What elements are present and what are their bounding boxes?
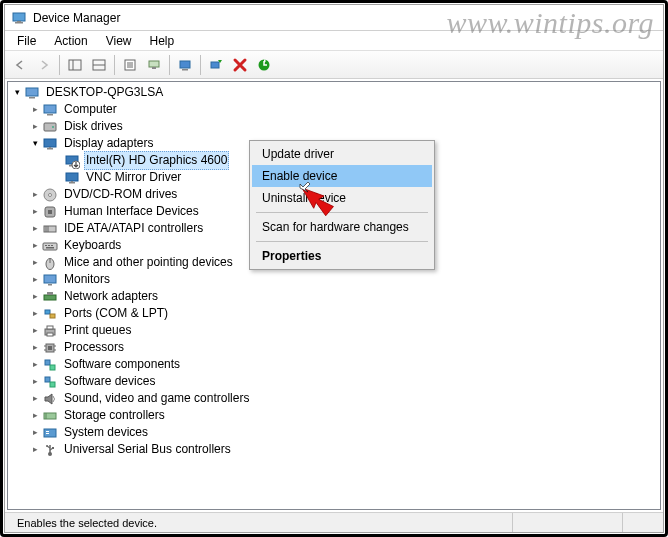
node-label: Mice and other pointing devices	[62, 254, 235, 271]
usb-icon	[42, 442, 58, 458]
node-label: Display adapters	[62, 135, 155, 152]
svg-rect-0	[13, 13, 25, 21]
tree-item[interactable]: ▸ Print queues	[10, 322, 658, 339]
svg-rect-19	[44, 105, 56, 113]
context-menu-separator	[256, 241, 428, 242]
scan-hardware-button[interactable]	[174, 54, 196, 76]
enable-device-button[interactable]	[205, 54, 227, 76]
node-label: Software devices	[62, 373, 157, 390]
expander-icon[interactable]: ▸	[28, 426, 42, 440]
svg-rect-63	[50, 365, 55, 370]
expander-icon[interactable]: ▾	[10, 86, 24, 100]
expander-icon[interactable]: ▸	[28, 290, 42, 304]
tree-item[interactable]: ▸ Universal Serial Bus controllers	[10, 441, 658, 458]
toolbar	[5, 51, 663, 79]
svg-rect-64	[45, 377, 50, 382]
expander-icon[interactable]: ▸	[28, 409, 42, 423]
refresh-button[interactable]	[253, 54, 275, 76]
svg-rect-31	[69, 182, 75, 184]
node-label: Keyboards	[62, 237, 123, 254]
node-label: Network adapters	[62, 288, 160, 305]
context-menu-item[interactable]: Uninstall device	[252, 187, 432, 209]
expander-icon[interactable]: ▸	[28, 341, 42, 355]
context-menu-item[interactable]: Scan for hardware changes	[252, 216, 432, 238]
back-button[interactable]	[9, 54, 31, 76]
expander-icon[interactable]: ▸	[28, 375, 42, 389]
svg-rect-69	[46, 431, 49, 432]
tree-item[interactable]: ▸ Sound, video and game controllers	[10, 390, 658, 407]
context-menu-item[interactable]: Update driver	[252, 143, 432, 165]
menu-help[interactable]: Help	[142, 32, 183, 50]
node-label: Software components	[62, 356, 182, 373]
tree-item[interactable]: ▸ System devices	[10, 424, 658, 441]
tree-item[interactable]: ▸ Storage controllers	[10, 407, 658, 424]
expander-icon[interactable]: ▸	[28, 239, 42, 253]
node-label: VNC Mirror Driver	[84, 169, 183, 186]
expander-icon[interactable]: ▸	[28, 273, 42, 287]
menu-action[interactable]: Action	[46, 32, 95, 50]
expander-icon[interactable]: ▸	[28, 205, 42, 219]
menu-view[interactable]: View	[98, 32, 140, 50]
properties-button[interactable]	[119, 54, 141, 76]
svg-rect-48	[48, 284, 52, 286]
computer-icon	[42, 102, 58, 118]
update-driver-button[interactable]	[143, 54, 165, 76]
context-menu-item[interactable]: Enable device	[252, 165, 432, 187]
node-label: Ports (COM & LPT)	[62, 305, 170, 322]
svg-rect-55	[47, 333, 53, 336]
menubar: File Action View Help	[5, 31, 663, 51]
node-label: DESKTOP-QPG3LSA	[44, 84, 165, 101]
expander-icon[interactable]: ▸	[28, 256, 42, 270]
expander-icon[interactable]: ▸	[28, 358, 42, 372]
tree-item[interactable]: ▸ Processors	[10, 339, 658, 356]
expander-icon[interactable]: ▸	[28, 324, 42, 338]
expander-icon[interactable]: ▸	[28, 443, 42, 457]
svg-rect-17	[26, 88, 38, 96]
uninstall-device-button[interactable]	[229, 54, 251, 76]
svg-rect-13	[180, 61, 190, 68]
tree-root[interactable]: ▾ DESKTOP-QPG3LSA	[10, 84, 658, 101]
expander-icon[interactable]: ▸	[28, 188, 42, 202]
svg-rect-68	[44, 429, 56, 437]
tree-item[interactable]: ▸ Ports (COM & LPT)	[10, 305, 658, 322]
svg-rect-20	[47, 114, 53, 116]
svg-rect-50	[47, 292, 53, 295]
expander-icon[interactable]: ▸	[28, 103, 42, 117]
mouse-icon	[42, 255, 58, 271]
forward-button[interactable]	[33, 54, 55, 76]
disk-icon	[42, 119, 58, 135]
toolbar-separator	[200, 55, 201, 75]
menu-file[interactable]: File	[9, 32, 44, 50]
expander-icon[interactable]: ▸	[28, 120, 42, 134]
context-menu: Update driverEnable deviceUninstall devi…	[249, 140, 435, 270]
display-icon	[42, 136, 58, 152]
expander-icon[interactable]: ▸	[28, 392, 42, 406]
hid-icon	[42, 204, 58, 220]
svg-rect-52	[50, 314, 55, 318]
svg-rect-30	[66, 173, 78, 181]
help-button[interactable]	[88, 54, 110, 76]
tree-item[interactable]: ▸ Software components	[10, 356, 658, 373]
expander-icon[interactable]: ▸	[28, 222, 42, 236]
svg-rect-18	[29, 97, 35, 99]
expander-icon[interactable]: ▸	[28, 307, 42, 321]
tree-item[interactable]: ▸ Software devices	[10, 373, 658, 390]
display-icon	[64, 170, 80, 186]
node-label: DVD/CD-ROM drives	[62, 186, 179, 203]
keyboard-icon	[42, 238, 58, 254]
svg-rect-3	[69, 60, 81, 70]
tree-item[interactable]: ▸ Disk drives	[10, 118, 658, 135]
expander-icon[interactable]: ▾	[28, 137, 42, 151]
context-menu-item[interactable]: Properties	[252, 245, 432, 267]
toolbar-separator	[169, 55, 170, 75]
svg-rect-36	[48, 210, 52, 214]
tree-item[interactable]: ▸ Monitors	[10, 271, 658, 288]
computer-icon	[24, 85, 40, 101]
tree-item[interactable]: ▸ Computer	[10, 101, 658, 118]
svg-rect-57	[48, 346, 52, 350]
display-icon	[64, 153, 80, 169]
show-hide-tree-button[interactable]	[64, 54, 86, 76]
svg-rect-25	[49, 147, 51, 148]
svg-rect-32	[71, 181, 73, 182]
tree-item[interactable]: ▸ Network adapters	[10, 288, 658, 305]
